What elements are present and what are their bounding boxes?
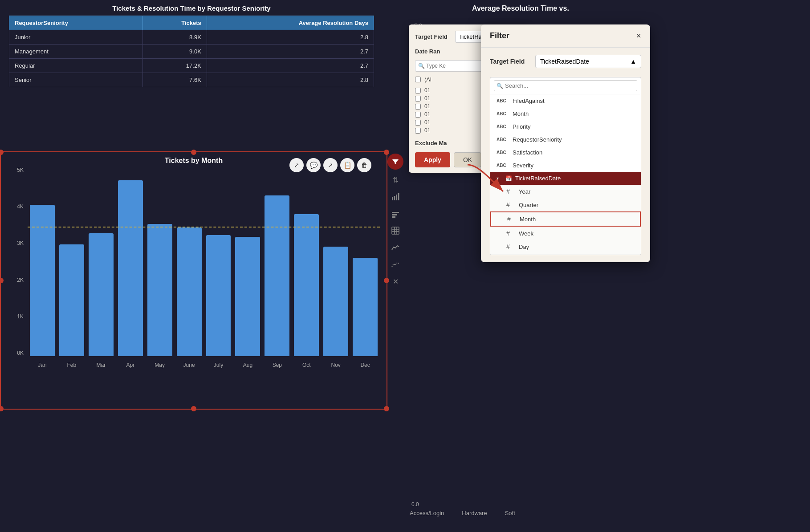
table-section: Tickets & Resolution Time by Requestor S… [0, 0, 383, 92]
dropdown-item-month-top[interactable]: ABC Month [490, 107, 641, 120]
chart-section: Tickets by Month 5K 4K 3K 2K 1K 0K JanFe… [0, 151, 387, 410]
bar-9 [294, 214, 319, 356]
x-label-9: Oct [292, 362, 321, 368]
select-all-checkbox[interactable] [415, 77, 421, 82]
bar-column-10[interactable] [323, 167, 348, 356]
bar-11 [353, 258, 378, 356]
analytics-icon-btn[interactable] [389, 190, 402, 203]
bar-column-3[interactable] [118, 167, 143, 356]
resize-handle-br[interactable] [384, 406, 389, 411]
col-header-tickets: Tickets [142, 16, 207, 30]
avg-resolution-title: Average Resolution Time vs. [472, 4, 569, 12]
svg-rect-7 [392, 227, 399, 234]
y-label-5k: 5K [17, 167, 24, 173]
y-label-3k: 3K [17, 240, 24, 246]
dropdown-subitem-month[interactable]: # Month [490, 211, 641, 227]
tab-hardware[interactable]: Hardware [462, 510, 487, 516]
modal-target-label: Target Field [490, 58, 530, 65]
bar-column-11[interactable] [353, 167, 378, 356]
comment-button[interactable]: 💬 [306, 158, 321, 172]
value-checkbox-5[interactable] [415, 128, 421, 134]
bar-column-2[interactable] [89, 167, 114, 356]
tab-access-login[interactable]: Access/Login [410, 510, 444, 516]
dropdown-item-ticketraiseddate[interactable]: ▾ 📅 TicketRaisedDate [490, 172, 641, 185]
dropdown-item-severity[interactable]: ABC Severity [490, 159, 641, 172]
modal-target-selector[interactable]: TicketRaisedDate ▲ [535, 55, 641, 68]
hash-icon-year: # [506, 188, 515, 195]
item-label-ticketraiseddate: TicketRaisedDate [515, 175, 561, 182]
bar-column-9[interactable] [294, 167, 319, 356]
bar-chart-icon-btn[interactable] [389, 207, 402, 220]
dropdown-subitem-quarter[interactable]: # Quarter [490, 198, 641, 211]
bar-column-1[interactable] [59, 167, 84, 356]
dropdown-subitem-year[interactable]: # Year [490, 185, 641, 198]
dropdown-subitem-week[interactable]: # Week [490, 227, 641, 240]
bars-row [28, 167, 380, 356]
bar-column-6[interactable] [206, 167, 231, 356]
resize-handle-bm[interactable] [191, 406, 196, 411]
calendar-icon: 📅 [505, 175, 513, 182]
bar-7 [235, 237, 260, 356]
search-icon-filter: 🔍 [418, 63, 425, 69]
dropdown-subitem-hour[interactable]: # Hour [490, 253, 641, 255]
y-axis: 5K 4K 3K 2K 1K 0K [5, 167, 25, 356]
resize-handle-tl[interactable] [0, 150, 4, 155]
bar-column-7[interactable] [235, 167, 260, 356]
dropdown-search-input[interactable] [494, 80, 637, 91]
value-checkbox-1[interactable] [415, 96, 421, 102]
fullscreen-button[interactable]: ⤢ [289, 158, 304, 172]
cross-icon-btn[interactable]: ✕ [389, 275, 402, 288]
value-checkbox-4[interactable] [415, 120, 421, 126]
ok-button[interactable]: OK [454, 152, 481, 167]
table-icon-btn[interactable] [389, 224, 402, 237]
resize-handle-ml[interactable] [0, 278, 4, 283]
average-line [28, 227, 380, 227]
cell-seniority-2: Regular [9, 59, 143, 73]
bar-column-4[interactable] [147, 167, 172, 356]
bar-column-8[interactable] [265, 167, 289, 356]
item-label-severity: Severity [513, 162, 533, 169]
table-row: Regular 17.2K 2.7 [9, 59, 374, 73]
apply-button[interactable]: Apply [415, 152, 450, 167]
x-label-6: July [204, 362, 233, 368]
dropdown-item-requestorseniority[interactable]: ABC RequestorSeniority [490, 133, 641, 146]
item-label-satisfaction: Satisfaction [513, 149, 542, 156]
table-row: Junior 8.9K 2.8 [9, 30, 374, 45]
value-checkbox-3[interactable] [415, 112, 421, 118]
bar-2 [89, 233, 114, 356]
filter-modal-header: Filter × [481, 24, 650, 48]
col-header-seniority: RequestorSeniority [9, 16, 143, 30]
bar-column-0[interactable] [30, 167, 55, 356]
copy-button[interactable]: 📋 [340, 158, 354, 172]
target-field-label: Target Field [415, 33, 451, 40]
value-checkbox-2[interactable] [415, 104, 421, 110]
bar-0 [30, 205, 55, 356]
filter-modal: Filter × Target Field TicketRaisedDate ▲… [481, 24, 650, 262]
close-filter-button[interactable]: × [636, 31, 641, 41]
line-chart-icon-btn[interactable] [389, 241, 402, 254]
resize-handle-tm[interactable] [191, 150, 196, 155]
value-checkbox-0[interactable] [415, 88, 421, 93]
dropdown-item-priority[interactable]: ABC Priority [490, 120, 641, 133]
tab-soft[interactable]: Soft [505, 510, 515, 516]
delete-button[interactable]: 🗑 [357, 158, 371, 172]
scatter-icon-btn[interactable] [389, 258, 402, 271]
share-button[interactable]: ↗ [323, 158, 338, 172]
dropdown-item-filedagainst[interactable]: ABC FiledAgainst [490, 94, 641, 107]
resize-handle-bl[interactable] [0, 406, 4, 411]
svg-rect-1 [394, 196, 395, 200]
dropdown-item-satisfaction[interactable]: ABC Satisfaction [490, 146, 641, 159]
item-label-month-top: Month [513, 110, 529, 117]
cell-seniority-1: Management [9, 45, 143, 59]
bar-10 [323, 247, 348, 357]
filter-icon-btn[interactable] [387, 154, 403, 170]
dropdown-search-container: 🔍 [490, 77, 641, 94]
cell-tickets-1: 9.0K [142, 45, 207, 59]
sort-icon-btn[interactable]: ⇅ [389, 173, 402, 187]
bar-6 [206, 235, 231, 356]
bar-column-5[interactable] [177, 167, 202, 356]
modal-chevron-up-icon: ▲ [630, 58, 636, 65]
dropdown-subitem-day[interactable]: # Day [490, 240, 641, 253]
cell-days-0: 2.8 [207, 30, 374, 45]
hash-icon-week: # [506, 230, 515, 237]
